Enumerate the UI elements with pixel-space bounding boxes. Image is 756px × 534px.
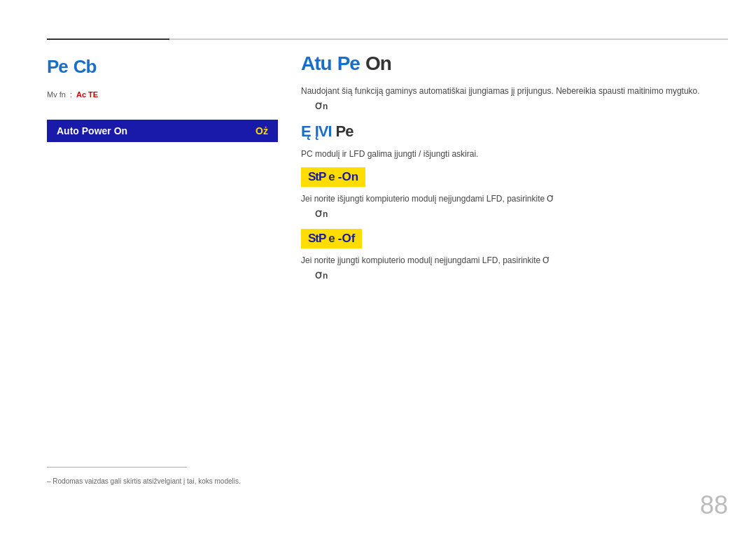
highlight-on-suffix: -On bbox=[338, 170, 358, 184]
meta-value: Ac TE bbox=[76, 90, 98, 99]
highlight-on-word2: e bbox=[328, 170, 335, 184]
on-bullet: Ơn bbox=[315, 209, 728, 219]
highlight-on-box: StP e -On bbox=[301, 167, 365, 187]
main-title-word3: On bbox=[365, 52, 391, 75]
left-title-word2: Cb bbox=[74, 56, 97, 78]
footnote: – Rodomas vaizdas gali skirtis atsižvelg… bbox=[47, 477, 241, 485]
main-section-title: Atu Pe On bbox=[301, 52, 728, 75]
off-description: Jei norite įjungti kompiuterio modulį ne… bbox=[301, 254, 728, 267]
highlight-off-suffix: -Of bbox=[338, 232, 356, 246]
on-description: Jei norite išjungti kompiuterio modulį n… bbox=[301, 192, 728, 205]
section2-word2: ĮVI bbox=[315, 122, 332, 141]
section2-description: PC modulį ir LFD galima įjungti / išjung… bbox=[301, 148, 728, 160]
auto-power-on-menu-item[interactable]: Auto Power On Oż bbox=[47, 120, 278, 142]
highlight-off-box: StP e -Of bbox=[301, 229, 362, 248]
main-title-word1: Atu bbox=[301, 52, 332, 75]
main-bullet: Ơn bbox=[315, 101, 728, 111]
right-panel: Atu Pe On Naudojant šią funkciją gaminys… bbox=[301, 52, 728, 290]
meta-colon: : bbox=[70, 90, 72, 99]
left-panel: Pe Cb Mv fn : Ac TE Auto Power On Oż bbox=[47, 49, 278, 143]
main-description: Naudojant šią funkciją gaminys automatiš… bbox=[301, 85, 728, 97]
section2-title: Ę ĮVI Pe bbox=[301, 122, 728, 141]
highlight-off-word2: e bbox=[328, 232, 335, 246]
menu-item-label: Auto Power On bbox=[57, 125, 127, 136]
page-number: 88 bbox=[700, 491, 728, 520]
off-bullet: Ơn bbox=[315, 271, 728, 281]
left-meta: Mv fn : Ac TE bbox=[47, 90, 278, 99]
footnote-line bbox=[47, 467, 187, 468]
highlight-on-word1: StP bbox=[308, 170, 326, 184]
main-title-word2: Pe bbox=[337, 52, 360, 75]
highlight-off-word1: StP bbox=[308, 232, 326, 246]
meta-label: Mv fn bbox=[47, 90, 66, 99]
top-divider-accent bbox=[47, 38, 169, 40]
left-title: Pe Cb bbox=[47, 56, 278, 78]
section2-word1: Ę bbox=[301, 122, 311, 141]
section2-word3: Pe bbox=[336, 122, 354, 141]
menu-item-value: Oż bbox=[255, 125, 268, 136]
left-title-word1: Pe bbox=[47, 56, 68, 78]
